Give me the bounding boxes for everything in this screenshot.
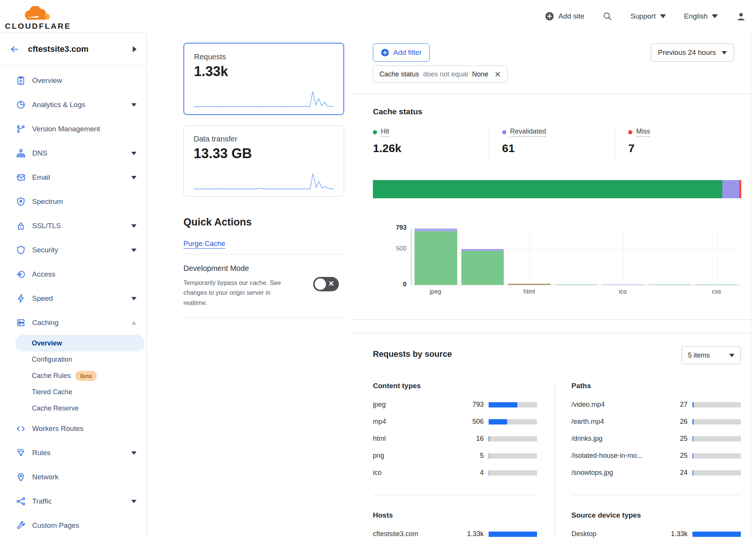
row-label[interactable]: png [373, 452, 464, 460]
bar-slot-3[interactable] [555, 229, 598, 285]
sidebar-subitem-configuration[interactable]: Configuration [0, 351, 146, 368]
sidebar-subitem-cache-reserve[interactable]: Cache Reserve [0, 400, 146, 417]
chevron-down-icon [712, 14, 718, 18]
location-pin-icon [16, 472, 26, 482]
analytics-panel: Add filter Cache status does not equal N… [353, 33, 752, 538]
row-label[interactable]: cftestsite3.com [373, 530, 464, 538]
remove-filter-icon[interactable]: ✕ [494, 70, 501, 78]
requests-summary-card[interactable]: Requests 1.33k [183, 43, 344, 115]
bar-css[interactable] [695, 229, 738, 285]
row-value: 793 [464, 401, 484, 409]
filter-chip[interactable]: Cache status does not equal None ✕ [373, 65, 508, 83]
row-label[interactable]: /drinks.jpg [571, 435, 668, 443]
bar-slot-5[interactable] [649, 229, 691, 285]
row-label[interactable]: jpeg [373, 401, 464, 409]
bar-html[interactable] [508, 229, 551, 285]
sidebar-item-caching[interactable]: Caching [0, 311, 146, 335]
sidebar-item-overview[interactable]: Overview [0, 68, 146, 93]
add-filter-button[interactable]: Add filter [373, 44, 430, 62]
sidebar-item-analytics-logs[interactable]: Analytics & Logs [0, 93, 146, 117]
sidebar-item-speed[interactable]: Speed [0, 286, 146, 311]
support-menu[interactable]: Support [630, 12, 666, 20]
sidebar-item-dns[interactable]: DNS [0, 141, 146, 165]
purge-cache-link[interactable]: Purge Cache [183, 239, 225, 248]
list-item[interactable]: ico4 [373, 464, 537, 481]
legend-label[interactable]: Miss [636, 128, 650, 137]
list-item[interactable]: png5 [373, 447, 537, 464]
sidebar-subitem-overview-selected[interactable]: Overview [15, 335, 145, 351]
sidebar-item-label: Network [32, 473, 59, 481]
row-label[interactable]: Desktop [571, 530, 668, 538]
toggle-knob [315, 278, 326, 290]
row-value: 16 [464, 435, 484, 443]
sidebar-item-version-management[interactable]: Version Management [0, 117, 146, 141]
sidebar-subitem-cache-rules[interactable]: Cache Rules Beta [0, 368, 146, 384]
bar-jpeg[interactable] [414, 229, 457, 285]
bar-segment-revalidated [602, 285, 644, 285]
row-value: 25 [668, 452, 688, 460]
row-bar-fill [692, 470, 693, 476]
data-transfer-summary-card[interactable]: Data transfer 13.33 GB [183, 125, 344, 197]
sidebar-item-traffic[interactable]: Traffic [0, 489, 146, 513]
filter-operator: does not equal [423, 70, 468, 78]
add-site-button[interactable]: Add site [545, 12, 584, 21]
sidebar-item-access[interactable]: Access [0, 262, 146, 286]
sidebar-item-ssl-tls[interactable]: SSL/TLS [0, 214, 146, 238]
content-types-column: Content types jpeg793mp4506html16png5ico… [373, 382, 555, 538]
spectrum-shield-icon [16, 197, 26, 207]
list-item[interactable]: cftestsite3.com1.33k [373, 526, 537, 538]
requests-sparkline [194, 90, 334, 107]
language-menu[interactable]: English [684, 12, 718, 20]
row-label[interactable]: /snowtops.jpg [571, 469, 668, 477]
x-axis-label: html [508, 288, 551, 295]
list-item[interactable]: Desktop1.33k [571, 526, 741, 538]
items-count-dropdown[interactable]: 5 items [681, 346, 741, 364]
bar-ico[interactable] [602, 229, 644, 285]
cache-status-section: Cache status Hit 1.26k Revalidated 61 [353, 94, 751, 320]
list-item[interactable]: /snowtops.jpg24 [571, 464, 741, 481]
sidebar-item-network[interactable]: Network [0, 465, 146, 489]
sidebar-item-spectrum[interactable]: Spectrum [0, 190, 146, 214]
list-item[interactable]: html16 [373, 430, 537, 447]
bar-segment-hit [414, 231, 457, 285]
chevron-down-icon [131, 297, 137, 300]
cloudflare-logo[interactable]: CLOUDFLARE [5, 6, 71, 31]
search-icon[interactable] [602, 11, 612, 21]
row-value: 26 [668, 418, 688, 426]
sidebar-item-workers-routes[interactable]: Workers Routes [0, 417, 146, 441]
development-mode-toggle[interactable]: ✕ [313, 277, 339, 291]
list-item[interactable]: jpeg793 [373, 396, 537, 413]
list-item[interactable]: mp4506 [373, 413, 537, 430]
row-label[interactable]: /earth.mp4 [571, 418, 668, 426]
wrench-icon [16, 521, 26, 530]
row-label[interactable]: /isolated-house-in-mo... [571, 452, 668, 460]
list-item[interactable]: /video.mp427 [571, 396, 741, 413]
list-item[interactable]: /isolated-house-in-mo...25 [571, 447, 741, 464]
sidebar-subitem-tiered-cache[interactable]: Tiered Cache [0, 384, 146, 400]
legend-label[interactable]: Revalidated [510, 128, 546, 137]
row-label[interactable]: /video.mp4 [571, 401, 668, 409]
row-bar-fill [692, 436, 693, 442]
row-label[interactable]: mp4 [373, 418, 464, 426]
legend-label[interactable]: Hit [381, 128, 389, 137]
sidebar-item-custom-pages[interactable]: Custom Pages [0, 513, 146, 538]
add-filter-label: Add filter [393, 48, 422, 57]
requests-by-source-section: Requests by source 5 items Content types… [353, 333, 751, 538]
user-account-icon[interactable] [736, 11, 746, 22]
row-label[interactable]: ico [373, 469, 464, 477]
sidebar-item-security[interactable]: Security [0, 238, 146, 262]
sidebar-item-rules[interactable]: Rules [0, 441, 146, 465]
list-item[interactable]: /earth.mp426 [571, 413, 741, 430]
row-label[interactable]: html [373, 435, 464, 443]
language-label: English [684, 12, 708, 20]
site-switcher-arrow-icon[interactable] [133, 46, 137, 52]
time-range-dropdown[interactable]: Previous 24 hours [651, 44, 734, 62]
back-arrow-icon[interactable] [10, 44, 20, 54]
list-item[interactable]: /drinks.jpg25 [571, 430, 741, 447]
toggle-off-x-icon: ✕ [328, 279, 334, 288]
chevron-down-icon [131, 249, 137, 252]
sidebar-item-email[interactable]: Email [0, 165, 146, 190]
x-axis-label: ico [601, 288, 644, 295]
bar-slot-1[interactable] [461, 229, 504, 285]
bar-segment-hit [649, 285, 691, 285]
